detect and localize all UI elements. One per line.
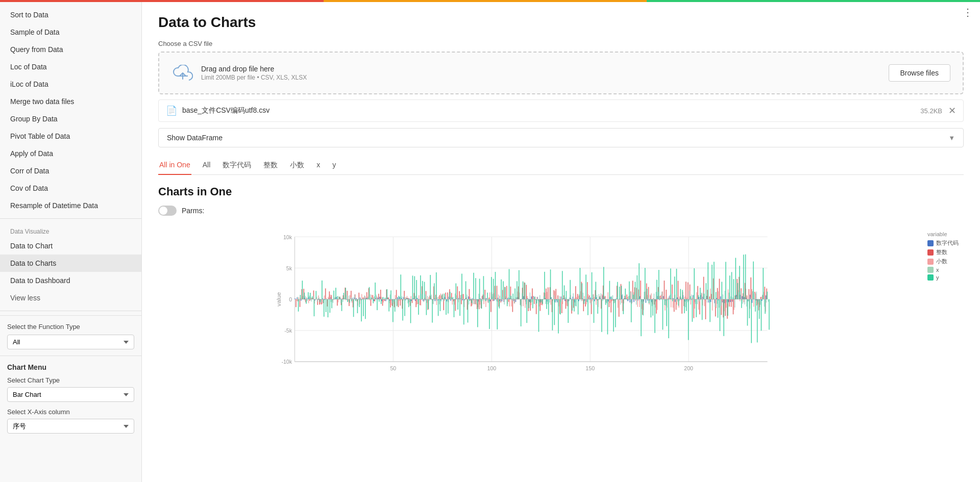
svg-rect-1168 bbox=[666, 299, 667, 326]
svg-rect-191 bbox=[629, 299, 630, 302]
function-type-select[interactable]: All bbox=[7, 335, 134, 349]
svg-text:-10k: -10k bbox=[281, 359, 292, 365]
svg-rect-717 bbox=[722, 299, 723, 301]
svg-rect-854 bbox=[520, 299, 521, 306]
svg-rect-1214 bbox=[757, 299, 758, 343]
x-axis-select[interactable]: 序号 bbox=[7, 419, 134, 434]
svg-rect-874 bbox=[559, 296, 560, 299]
svg-rect-1057 bbox=[448, 299, 449, 314]
svg-rect-345 bbox=[461, 299, 462, 305]
svg-rect-109 bbox=[468, 296, 469, 299]
view-less-item[interactable]: View less bbox=[0, 289, 141, 307]
svg-rect-1069 bbox=[471, 299, 472, 303]
legend-label: 小数 bbox=[936, 258, 947, 265]
browse-files-button[interactable]: Browse files bbox=[889, 64, 950, 82]
svg-rect-1042 bbox=[418, 299, 419, 315]
tab-item[interactable]: 整数 bbox=[262, 157, 279, 175]
svg-rect-830 bbox=[473, 299, 474, 305]
tab-item[interactable]: All in One bbox=[158, 157, 191, 175]
sidebar-item[interactable]: Cov of Data bbox=[0, 180, 141, 197]
legend-label: x bbox=[936, 267, 939, 273]
svg-rect-822 bbox=[457, 298, 458, 299]
svg-rect-1004 bbox=[344, 293, 345, 299]
svg-rect-1185 bbox=[700, 288, 701, 299]
svg-rect-977 bbox=[762, 295, 763, 299]
svg-rect-770 bbox=[354, 294, 355, 299]
svg-rect-524 bbox=[341, 298, 342, 299]
legend-items: 数字代码整数小数xy bbox=[927, 239, 959, 281]
svg-rect-1072 bbox=[477, 299, 478, 327]
tab-item[interactable]: 数字代码 bbox=[222, 157, 252, 175]
sidebar-item[interactable]: Loc of Data bbox=[0, 58, 141, 75]
svg-rect-776 bbox=[366, 298, 367, 299]
svg-rect-821 bbox=[455, 293, 456, 299]
svg-rect-1134 bbox=[599, 297, 600, 299]
sidebar-item[interactable]: Corr of Data bbox=[0, 162, 141, 180]
svg-rect-308 bbox=[388, 297, 389, 299]
svg-text:10k: 10k bbox=[283, 234, 292, 240]
svg-rect-954 bbox=[717, 299, 718, 304]
svg-rect-814 bbox=[441, 299, 442, 301]
dataframe-dropdown-chevron: ▼ bbox=[948, 134, 955, 142]
sidebar-item[interactable]: iLoc of Data bbox=[0, 75, 141, 93]
svg-rect-699 bbox=[687, 298, 688, 299]
svg-rect-1053 bbox=[440, 299, 441, 311]
svg-rect-403 bbox=[575, 286, 576, 299]
svg-rect-589 bbox=[470, 297, 471, 299]
sidebar-item[interactable]: Sample of Data bbox=[0, 23, 141, 41]
chart-type-select[interactable]: Bar Chart Line Chart Scatter Chart Pie C… bbox=[7, 387, 134, 402]
sidebar-item[interactable]: Pivot Table of Data bbox=[0, 128, 141, 145]
svg-rect-1203 bbox=[735, 258, 736, 299]
tab-item[interactable]: All bbox=[202, 157, 212, 175]
tab-item[interactable]: 小数 bbox=[289, 157, 305, 175]
svg-rect-999 bbox=[333, 291, 334, 299]
svg-rect-904 bbox=[618, 299, 619, 301]
svg-rect-789 bbox=[391, 299, 393, 303]
svg-rect-857 bbox=[526, 299, 527, 305]
file-close-button[interactable]: ✕ bbox=[948, 105, 956, 116]
sidebar-item[interactable]: Merge two data files bbox=[0, 93, 141, 110]
sidebar-visualize-item[interactable]: Data to Chart bbox=[0, 237, 141, 255]
svg-rect-596 bbox=[483, 299, 484, 305]
svg-rect-592 bbox=[476, 299, 477, 305]
svg-rect-942 bbox=[693, 295, 694, 299]
svg-rect-1114 bbox=[560, 299, 561, 315]
svg-rect-855 bbox=[522, 293, 523, 299]
sidebar-item[interactable]: Apply of Data bbox=[0, 145, 141, 162]
svg-rect-723 bbox=[733, 299, 734, 310]
svg-rect-721 bbox=[730, 299, 731, 300]
svg-rect-1021 bbox=[377, 299, 378, 310]
svg-rect-111 bbox=[472, 298, 473, 299]
sidebar-visualize-item[interactable]: Data to Dashboard bbox=[0, 272, 141, 289]
svg-rect-1212 bbox=[753, 262, 754, 299]
dataframe-dropdown[interactable]: Show DataFrame ▼ bbox=[158, 128, 964, 147]
svg-rect-1139 bbox=[609, 281, 610, 299]
svg-rect-996 bbox=[328, 299, 329, 317]
svg-rect-661 bbox=[611, 299, 612, 301]
tab-item[interactable]: y bbox=[331, 157, 337, 175]
svg-rect-471 bbox=[709, 296, 710, 299]
three-dots-button[interactable]: ⋮ bbox=[963, 6, 973, 18]
svg-rect-1006 bbox=[347, 299, 348, 302]
sidebar-item[interactable]: Query from Data bbox=[0, 41, 141, 58]
svg-rect-1165 bbox=[660, 298, 662, 299]
svg-rect-100 bbox=[450, 299, 451, 301]
sidebar-item[interactable]: Group By Data bbox=[0, 110, 141, 128]
tab-item[interactable]: x bbox=[315, 157, 321, 175]
file-section-label: Choose a CSV file bbox=[158, 40, 964, 47]
svg-rect-171 bbox=[590, 297, 591, 299]
svg-rect-799 bbox=[411, 299, 412, 300]
svg-rect-572 bbox=[436, 299, 437, 305]
svg-rect-1082 bbox=[497, 299, 498, 329]
svg-rect-1172 bbox=[674, 276, 675, 299]
parms-toggle[interactable] bbox=[158, 206, 177, 216]
svg-rect-870 bbox=[551, 297, 552, 299]
sidebar-item[interactable]: Sort to Data bbox=[0, 6, 141, 23]
drop-zone[interactable]: Drag and drop file here Limit 200MB per … bbox=[158, 52, 964, 94]
sidebar-visualize-item[interactable]: Data to Charts bbox=[0, 255, 141, 272]
legend-color-box bbox=[927, 267, 934, 273]
sidebar-item[interactable]: Resample of Datetime Data bbox=[0, 197, 141, 214]
svg-rect-301 bbox=[374, 299, 375, 301]
svg-rect-838 bbox=[488, 299, 489, 303]
svg-rect-1159 bbox=[649, 299, 650, 303]
